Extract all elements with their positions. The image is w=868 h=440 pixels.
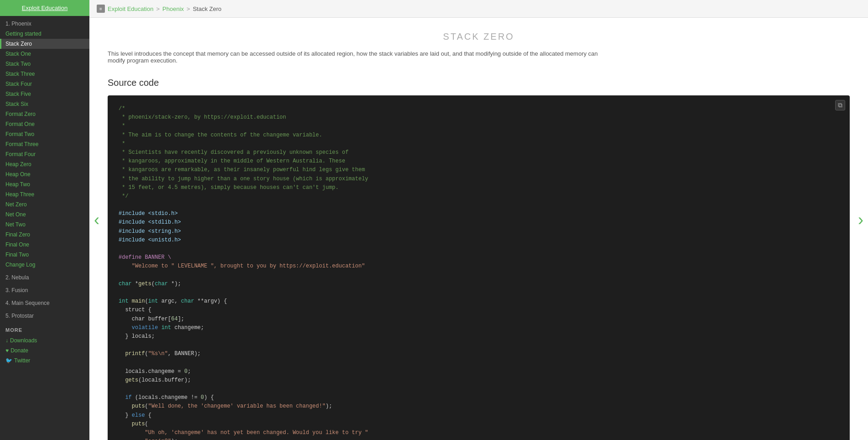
next-arrow[interactable]: › (858, 210, 863, 230)
breadcrumb-sep-1: > (156, 5, 160, 12)
sidebar-section-nebula: 2. Nebula (0, 270, 89, 283)
donate-link[interactable]: ♥ Donate (0, 346, 89, 356)
sidebar-item-final-one[interactable]: Final One (0, 240, 89, 250)
menu-icon: ≡ (97, 5, 105, 13)
sidebar-section-main-sequence: 4. Main Sequence (0, 295, 89, 308)
sidebar-item-stack-three[interactable]: Stack Three (0, 69, 89, 79)
sidebar-item-net-two[interactable]: Net Two (0, 220, 89, 230)
brand-link[interactable]: Exploit Education (22, 5, 68, 11)
page-description: This level introduces the concept that m… (108, 50, 609, 64)
sidebar-item-format-two[interactable]: Format Two (0, 129, 89, 139)
sidebar-item-format-one[interactable]: Format One (0, 119, 89, 129)
copy-button[interactable]: ⧉ (835, 100, 845, 110)
content-area: STACK ZERO This level introduces the con… (89, 18, 868, 440)
sidebar-item-final-zero[interactable]: Final Zero (0, 230, 89, 240)
sidebar: Exploit Education 1. Phoenix Getting sta… (0, 0, 89, 440)
sidebar-item-change-log[interactable]: Change Log (0, 260, 89, 270)
sidebar-item-format-three[interactable]: Format Three (0, 139, 89, 149)
sidebar-item-final-two[interactable]: Final Two (0, 250, 89, 260)
sidebar-item-format-zero[interactable]: Format Zero (0, 109, 89, 119)
breadcrumb-current: Stack Zero (193, 5, 222, 12)
sidebar-more-label: MORE (0, 321, 89, 335)
sidebar-section-fusion: 3. Fusion (0, 283, 89, 295)
page-title: STACK ZERO (108, 31, 850, 42)
sidebar-section-protostar: 5. Protostar (0, 308, 89, 321)
sidebar-item-stack-zero[interactable]: Stack Zero (0, 39, 89, 49)
downloads-link[interactable]: ↓ Downloads (0, 335, 89, 346)
source-code-heading: Source code (108, 78, 850, 88)
sidebar-header: Exploit Education (0, 0, 89, 16)
sidebar-item-net-zero[interactable]: Net Zero (0, 199, 89, 210)
breadcrumb-exploit-education[interactable]: Exploit Education (108, 5, 153, 12)
main-content: ≡ Exploit Education > Phoenix > Stack Ze… (89, 0, 868, 440)
sidebar-item-net-one[interactable]: Net One (0, 210, 89, 220)
breadcrumb-sep-2: > (187, 5, 190, 12)
breadcrumb-phoenix[interactable]: Phoenix (162, 5, 184, 12)
code-container: ⧉ /* * phoenix/stack-zero, by https://ex… (108, 95, 850, 440)
breadcrumb-bar: ≡ Exploit Education > Phoenix > Stack Ze… (89, 0, 868, 18)
heart-icon: ♥ (5, 347, 9, 354)
download-icon: ↓ (5, 337, 8, 344)
sidebar-item-stack-one[interactable]: Stack One (0, 49, 89, 59)
sidebar-item-getting-started[interactable]: Getting started (0, 29, 89, 39)
sidebar-item-heap-three[interactable]: Heap Three (0, 189, 89, 199)
sidebar-item-format-four[interactable]: Format Four (0, 149, 89, 159)
sidebar-section-phoenix: 1. Phoenix (0, 16, 89, 29)
prev-arrow[interactable]: ‹ (94, 210, 99, 230)
sidebar-item-heap-one[interactable]: Heap One (0, 169, 89, 179)
twitter-icon: 🐦 (5, 357, 12, 364)
sidebar-item-stack-four[interactable]: Stack Four (0, 79, 89, 89)
twitter-link[interactable]: 🐦 Twitter (0, 356, 89, 366)
sidebar-item-heap-zero[interactable]: Heap Zero (0, 159, 89, 169)
sidebar-item-stack-two[interactable]: Stack Two (0, 59, 89, 69)
sidebar-item-stack-six[interactable]: Stack Six (0, 99, 89, 109)
source-code: /* * phoenix/stack-zero, by https://expl… (119, 105, 839, 440)
sidebar-item-heap-two[interactable]: Heap Two (0, 179, 89, 189)
sidebar-item-stack-five[interactable]: Stack Five (0, 89, 89, 99)
